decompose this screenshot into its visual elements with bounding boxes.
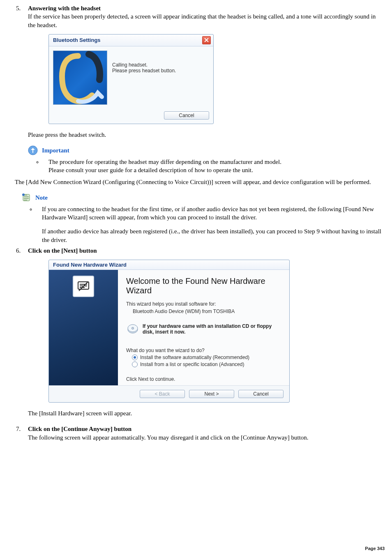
dialog-msg-line1: Calling headset. — [112, 62, 209, 68]
important-label: Important — [42, 146, 69, 154]
back-button: < Back — [140, 390, 185, 398]
wizard-side-image — [49, 270, 118, 385]
radio-label-2: Install from a list or specific location… — [140, 362, 244, 367]
important-bullet: The procedure for operating the headset … — [43, 158, 385, 175]
wizard-line2: Bluetooth Audio Device (WDM) from TOSHIB… — [133, 309, 281, 314]
step-6-title: Click on the [Next] button — [28, 247, 97, 254]
cancel-button[interactable]: Cancel — [238, 390, 284, 398]
step-5-text: If the service has been properly detecte… — [28, 13, 376, 28]
mid-paragraph: The [Add New Connection Wizard (Configur… — [15, 178, 377, 186]
dialog2-title: Found New Hardware Wizard — [49, 260, 289, 270]
step-5: Answering with the headset If the servic… — [22, 4, 385, 175]
svg-point-6 — [132, 327, 134, 329]
cancel-button[interactable]: Cancel — [164, 111, 209, 120]
radio-option-recommended[interactable]: Install the software automatically (Reco… — [132, 355, 281, 360]
close-icon[interactable] — [202, 36, 211, 44]
next-button[interactable]: Next > — [189, 390, 234, 398]
radio-label-1: Install the software automatically (Reco… — [140, 355, 249, 360]
step-6-after: The [Install Hardware] screen will appea… — [28, 409, 385, 417]
page-footer: Page 343 — [365, 546, 385, 551]
step-6: Click on the [Next] button Found New Har… — [22, 246, 385, 418]
dialog-msg-line2: Please press headset button. — [112, 68, 209, 74]
note-text-b: If another audio device has already been… — [42, 228, 381, 243]
radio-icon — [132, 355, 138, 360]
note-bullet: If you are connecting to the headset for… — [36, 205, 385, 244]
note-label: Note — [35, 193, 48, 202]
note-text-a: If you are connecting to the headset for… — [42, 206, 374, 221]
cd-icon — [127, 323, 138, 336]
important-text-a: The procedure for operating the headset … — [48, 159, 281, 165]
radio-option-advanced[interactable]: Install from a list or specific location… — [132, 362, 281, 367]
dialog-title: Bluetooth Settings — [53, 37, 101, 43]
document-page: { "steps": { "s5": { "title": "Answering… — [0, 0, 392, 555]
step-7-text: The following screen will appear automat… — [28, 434, 309, 441]
note-icon — [21, 193, 31, 203]
step-7: Click on the [Continue Anyway] button Th… — [22, 425, 385, 442]
wizard-heading: Welcome to the Found New Hardware Wizard — [126, 276, 281, 295]
wizard-cd-text: If your hardware came with an installati… — [143, 323, 281, 335]
wizard-prompt: What do you want the wizard to do? — [126, 348, 281, 353]
radio-icon — [132, 362, 138, 367]
dialog-message: Calling headset. Please press headset bu… — [112, 51, 209, 105]
step-7-title: Click on the [Continue Anyway] button — [28, 426, 131, 432]
dialog-titlebar: Bluetooth Settings — [49, 35, 213, 46]
important-text-b: Please consult your user guide for a det… — [48, 167, 253, 173]
headset-image — [53, 51, 107, 105]
important-icon — [28, 145, 38, 155]
wizard-continue: Click Next to continue. — [126, 376, 281, 382]
wizard-line1: This wizard helps you install software f… — [126, 301, 281, 307]
svg-point-2 — [22, 193, 25, 196]
step-5-after: Please press the headset switch. — [28, 131, 385, 139]
step-5-title: Answering with the headset — [28, 5, 101, 12]
hardware-wizard-dialog: Found New Hardware Wizard Welcome to the… — [48, 260, 290, 403]
bluetooth-settings-dialog: Bluetooth Settings Calling headset. Plea… — [48, 34, 214, 124]
